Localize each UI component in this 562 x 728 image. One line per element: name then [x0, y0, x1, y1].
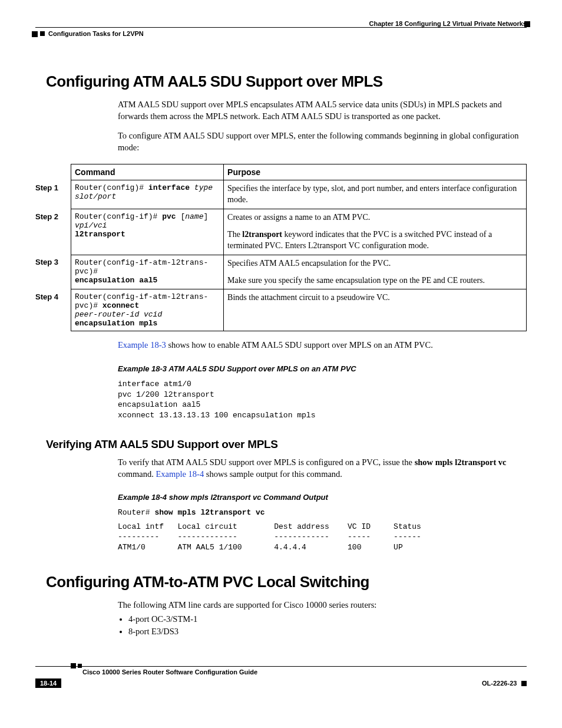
purpose-cell: Binds the attachment circuit to a pseudo…	[224, 289, 527, 331]
section-label: Configuration Tasks for L2VPN	[48, 30, 527, 37]
footer-guide-title: Cisco 10000 Series Router Software Confi…	[82, 668, 527, 676]
heading-verify: Verifying ATM AAL5 SDU Support over MPLS	[46, 438, 527, 451]
example-18-4-output: Local intf Local circuit Dest address VC…	[118, 522, 521, 553]
purpose-cell: Creates or assigns a name to an ATM PVC.…	[224, 209, 527, 255]
table-header-command: Command	[71, 164, 224, 180]
heading-atm-local-switching: Configuring ATM-to-ATM PVC Local Switchi…	[46, 573, 527, 591]
heading-config-aal5: Configuring ATM AAL5 SDU Support over MP…	[46, 73, 527, 91]
step-label: Step 2	[35, 209, 71, 255]
command-table: Command Purpose Step 1 Router(config)# i…	[35, 164, 527, 331]
table-header-empty	[35, 164, 71, 180]
command-cell: Router(config-if-atm-l2trans-pvc)# encap…	[71, 255, 224, 289]
table-row: Step 1 Router(config)# interface type sl…	[35, 180, 527, 209]
verify-paragraph: To verify that ATM AAL5 SDU support over…	[118, 457, 521, 480]
intro-p2: To configure ATM AAL5 SDU support over M…	[118, 130, 521, 153]
chapter-label: Chapter 18 Configuring L2 Virtual Privat…	[369, 20, 527, 27]
header-rule	[35, 27, 527, 28]
supported-cards-list: 4-port OC-3/STM-1 8-port E3/DS3	[118, 614, 521, 637]
command-cell: Router(config)# interface type slot/port	[71, 180, 224, 209]
header-square-icon	[32, 31, 38, 37]
list-item: 8-port E3/DS3	[128, 627, 521, 637]
step-label: Step 3	[35, 255, 71, 289]
table-row: Step 3 Router(config-if-atm-l2trans-pvc)…	[35, 255, 527, 289]
intro-p1: ATM AAL5 SDU support over MPLS encapsula…	[118, 99, 521, 122]
after-table-text: Example 18-3 shows how to enable ATM AAL…	[118, 340, 521, 351]
purpose-cell: Specifies the interface by type, slot, a…	[224, 180, 527, 209]
example-18-4-caption: Example 18-4 show mpls l2transport vc Co…	[118, 493, 521, 502]
table-row: Step 4 Router(config-if-atm-l2trans-pvc)…	[35, 289, 527, 331]
example-18-3-link[interactable]: Example 18-3	[118, 340, 166, 350]
footer-square-icon	[521, 681, 527, 686]
footer-ol-id: OL-2226-23	[482, 680, 517, 687]
atm2atm-intro: The following ATM line cards are support…	[118, 599, 521, 611]
command-cell: Router(config-if-atm-l2trans-pvc)# xconn…	[71, 289, 224, 331]
example-18-4-link[interactable]: Example 18-4	[156, 469, 204, 479]
example-18-3-caption: Example 18-3 ATM AAL5 SDU Support over M…	[118, 364, 521, 373]
example-18-3-code: interface atm1/0 pvc 1/200 l2transport e…	[118, 379, 521, 420]
page-number-badge: 18-14	[35, 678, 61, 688]
command-cell: Router(config-if)# pvc [name] vpi/vci l2…	[71, 209, 224, 255]
table-row: Step 2 Router(config-if)# pvc [name] vpi…	[35, 209, 527, 255]
step-label: Step 1	[35, 180, 71, 209]
example-18-4-cmd: Router# show mpls l2transport vc	[118, 508, 521, 518]
purpose-cell: Specifies ATM AAL5 encapsulation for the…	[224, 255, 527, 289]
header-square-icon	[40, 31, 45, 36]
table-header-purpose: Purpose	[224, 164, 527, 180]
step-label: Step 4	[35, 289, 71, 331]
footer-rule	[35, 666, 527, 667]
header-square-icon	[524, 21, 530, 27]
list-item: 4-port OC-3/STM-1	[128, 614, 521, 624]
